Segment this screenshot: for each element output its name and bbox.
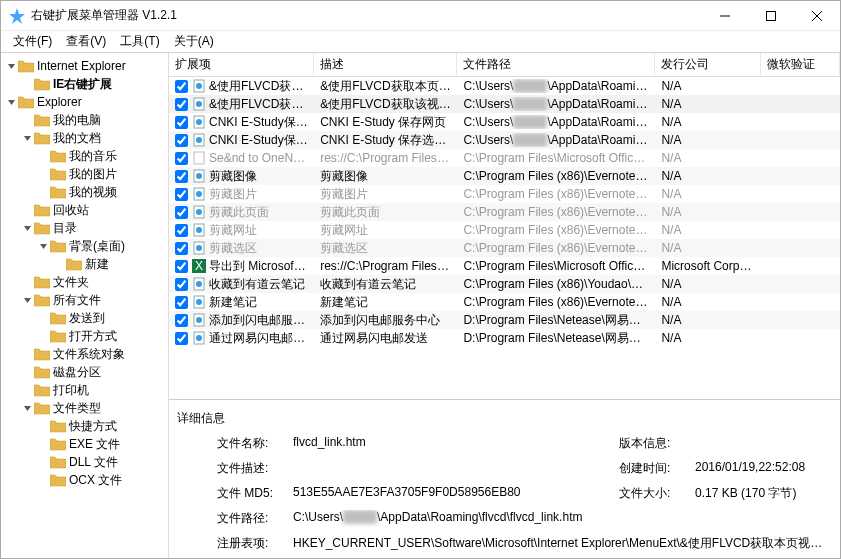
tree-node-label: IE右键扩展: [53, 76, 112, 93]
tree-node[interactable]: 发送到: [1, 309, 168, 327]
folder-icon: [34, 221, 50, 235]
cell-publisher: N/A: [655, 133, 761, 147]
cell-filepath: C:\Users\XXXX\AppData\Roaming\fl…: [457, 79, 655, 93]
tree-node[interactable]: 打印机: [1, 381, 168, 399]
table-row[interactable]: X导出到 Microsoft …res://C:\Program Files\M…: [169, 257, 840, 275]
chevron-down-icon[interactable]: [5, 96, 17, 108]
col-extension[interactable]: 扩展项: [169, 53, 314, 76]
tree-node[interactable]: 我的音乐: [1, 147, 168, 165]
row-checkbox[interactable]: [175, 224, 188, 237]
close-button[interactable]: [794, 1, 840, 31]
chevron-down-icon[interactable]: [5, 60, 17, 72]
table-row[interactable]: 新建笔记新建笔记C:\Program Files (x86)\Evernote\…: [169, 293, 840, 311]
tree-node-label: 打印机: [53, 382, 89, 399]
chevron-down-icon[interactable]: [37, 240, 49, 252]
chevron-down-icon[interactable]: [21, 132, 33, 144]
tree-node[interactable]: 文件类型: [1, 399, 168, 417]
row-checkbox[interactable]: [175, 332, 188, 345]
tree-node[interactable]: 文件系统对象: [1, 345, 168, 363]
minimize-button[interactable]: [702, 1, 748, 31]
tree-node[interactable]: 新建: [1, 255, 168, 273]
table-row[interactable]: 剪藏图片剪藏图片C:\Program Files (x86)\Evernote\…: [169, 185, 840, 203]
tree-node[interactable]: 我的电脑: [1, 111, 168, 129]
cell-filepath: C:\Users\XXXX\AppData\Roaming\fl…: [457, 97, 655, 111]
row-checkbox[interactable]: [175, 242, 188, 255]
table-row[interactable]: 剪藏此页面剪藏此页面C:\Program Files (x86)\Evernot…: [169, 203, 840, 221]
menu-view[interactable]: 查看(V): [60, 31, 112, 52]
tree-node[interactable]: EXE 文件: [1, 435, 168, 453]
folder-icon: [50, 185, 66, 199]
tree-node[interactable]: 目录: [1, 219, 168, 237]
tree-panel[interactable]: Internet ExplorerIE右键扩展Explorer我的电脑我的文档我…: [1, 53, 169, 558]
tree-node[interactable]: OCX 文件: [1, 471, 168, 489]
tree-node-label: EXE 文件: [69, 436, 120, 453]
tree-node[interactable]: 回收站: [1, 201, 168, 219]
tree-node[interactable]: 快捷方式: [1, 417, 168, 435]
row-checkbox[interactable]: [175, 116, 188, 129]
table-row[interactable]: 收藏到有道云笔记收藏到有道云笔记C:\Program Files (x86)\Y…: [169, 275, 840, 293]
row-checkbox[interactable]: [175, 296, 188, 309]
row-checkbox[interactable]: [175, 80, 188, 93]
file-type-icon: [192, 223, 206, 237]
table-row[interactable]: CNKI E-Study保存…CNKI E-Study 保存选中…C:\User…: [169, 131, 840, 149]
table-row[interactable]: Se&nd to OneNoteres://C:\Program Files\M…: [169, 149, 840, 167]
tree-node[interactable]: Explorer: [1, 93, 168, 111]
cell-description: 剪藏网址: [314, 222, 457, 239]
tree-node[interactable]: 打开方式: [1, 327, 168, 345]
row-checkbox[interactable]: [175, 278, 188, 291]
table-row[interactable]: 剪藏网址剪藏网址C:\Program Files (x86)\Evernote\…: [169, 221, 840, 239]
col-publisher[interactable]: 发行公司: [655, 53, 761, 76]
col-msverify[interactable]: 微软验证: [761, 53, 840, 76]
tree-node[interactable]: Internet Explorer: [1, 57, 168, 75]
table-row[interactable]: 通过网易闪电邮…通过网易闪电邮发送D:\Program Files\Neteas…: [169, 329, 840, 347]
menu-file[interactable]: 文件(F): [7, 31, 58, 52]
row-checkbox[interactable]: [175, 98, 188, 111]
chevron-down-icon[interactable]: [21, 222, 33, 234]
menu-about[interactable]: 关于(A): [168, 31, 220, 52]
tree-node[interactable]: 背景(桌面): [1, 237, 168, 255]
cell-filepath: C:\Program Files (x86)\Evernote\Ev…: [457, 169, 655, 183]
tree-node-label: 发送到: [69, 310, 105, 327]
folder-icon: [34, 77, 50, 91]
label-version: 版本信息:: [619, 435, 689, 452]
table-row[interactable]: 剪藏选区剪藏选区C:\Program Files (x86)\Evernote\…: [169, 239, 840, 257]
row-checkbox[interactable]: [175, 260, 188, 273]
table-row[interactable]: 剪藏图像剪藏图像C:\Program Files (x86)\Evernote\…: [169, 167, 840, 185]
tree-node[interactable]: IE右键扩展: [1, 75, 168, 93]
table-row[interactable]: CNKI E-Study保存…CNKI E-Study 保存网页C:\Users…: [169, 113, 840, 131]
value-filesize: 0.17 KB (170 字节): [695, 485, 832, 502]
menu-tool[interactable]: 工具(T): [114, 31, 165, 52]
row-checkbox[interactable]: [175, 314, 188, 327]
row-checkbox[interactable]: [175, 206, 188, 219]
table-row[interactable]: &使用FLVCD获取…&使用FLVCD获取该视频…C:\Users\XXXX\A…: [169, 95, 840, 113]
chevron-down-icon[interactable]: [21, 294, 33, 306]
label-filesize: 文件大小:: [619, 485, 689, 502]
tree-node[interactable]: 所有文件: [1, 291, 168, 309]
svg-text:X: X: [195, 259, 203, 273]
tree-node[interactable]: 我的视频: [1, 183, 168, 201]
table-row[interactable]: &使用FLVCD获取…&使用FLVCD获取本页视…C:\Users\XXXX\A…: [169, 77, 840, 95]
row-checkbox[interactable]: [175, 134, 188, 147]
tree-node-label: 我的音乐: [69, 148, 117, 165]
label-md5: 文件 MD5:: [217, 485, 287, 502]
tree-node-label: 我的电脑: [53, 112, 101, 129]
row-checkbox[interactable]: [175, 170, 188, 183]
chevron-down-icon[interactable]: [21, 402, 33, 414]
tree-node[interactable]: 我的文档: [1, 129, 168, 147]
tree-node[interactable]: 磁盘分区: [1, 363, 168, 381]
label-filedesc: 文件描述:: [217, 460, 287, 477]
tree-node-label: 打开方式: [69, 328, 117, 345]
col-filepath[interactable]: 文件路径: [457, 53, 655, 76]
file-type-icon: [192, 97, 206, 111]
maximize-button[interactable]: [748, 1, 794, 31]
cell-publisher: Microsoft Corp…: [655, 259, 761, 273]
tree-node[interactable]: DLL 文件: [1, 453, 168, 471]
tree-node[interactable]: 文件夹: [1, 273, 168, 291]
folder-icon: [50, 329, 66, 343]
table-row[interactable]: 添加到闪电邮服…添加到闪电邮服务中心D:\Program Files\Netea…: [169, 311, 840, 329]
row-checkbox[interactable]: [175, 152, 188, 165]
extension-list[interactable]: 扩展项 描述 文件路径 发行公司 微软验证 &使用FLVCD获取…&使用FLVC…: [169, 53, 840, 400]
tree-node[interactable]: 我的图片: [1, 165, 168, 183]
row-checkbox[interactable]: [175, 188, 188, 201]
col-description[interactable]: 描述: [314, 53, 457, 76]
